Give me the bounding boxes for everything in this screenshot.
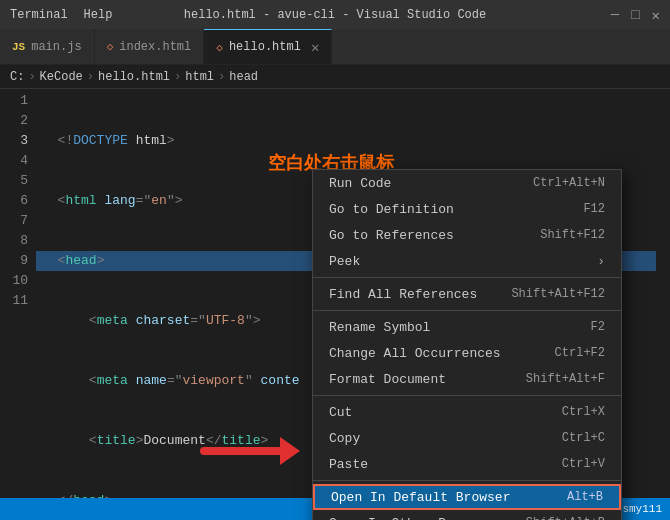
peek-arrow-icon: › [597,254,605,269]
menu-shortcut-copy: Ctrl+C [562,431,605,445]
tab-hello-html[interactable]: ◇ hello.html ✕ [204,29,332,64]
menu-shortcut-go-to-def: F12 [583,202,605,216]
menu-sep-3 [313,395,621,396]
close-icon[interactable]: ✕ [652,7,660,24]
menu-shortcut-run-code: Ctrl+Alt+N [533,176,605,190]
title-bar-menu[interactable]: Terminal Help [10,8,112,22]
menu-item-rename-symbol[interactable]: Rename Symbol F2 [313,314,621,340]
menu-item-cut[interactable]: Cut Ctrl+X [313,399,621,425]
line-num-4: 4 [0,151,28,171]
menu-shortcut-format-doc: Shift+Alt+F [526,372,605,386]
html-file-icon-index: ◇ [107,40,114,53]
menu-shortcut-cut: Ctrl+X [562,405,605,419]
menu-sep-4 [313,480,621,481]
menu-shortcut-find-all-ref: Shift+Alt+F12 [511,287,605,301]
arrow-head [280,437,300,465]
tab-main-js[interactable]: JS main.js [0,29,95,64]
menu-terminal[interactable]: Terminal [10,8,68,22]
menu-label-paste: Paste [329,457,368,472]
tab-label-index-html: index.html [119,40,191,54]
editor-scrollbar[interactable] [656,89,670,520]
menu-label-go-to-ref: Go to References [329,228,454,243]
breadcrumb-part-3[interactable]: html [185,70,214,84]
menu-item-open-default-browser[interactable]: Open In Default Browser Alt+B [313,484,621,510]
maximize-icon[interactable]: □ [631,7,639,24]
arrow-line [200,447,280,455]
menu-label-peek: Peek [329,254,360,269]
breadcrumb-part-2[interactable]: hello.html [98,70,170,84]
menu-shortcut-go-to-ref: Shift+F12 [540,228,605,242]
menu-item-format-doc[interactable]: Format Document Shift+Alt+F [313,366,621,392]
line-num-5: 5 [0,171,28,191]
tab-close-icon[interactable]: ✕ [311,39,319,56]
menu-label-find-all-ref: Find All References [329,287,477,302]
menu-help[interactable]: Help [84,8,113,22]
menu-label-copy: Copy [329,431,360,446]
breadcrumb-part-0[interactable]: C: [10,70,24,84]
line-num-7: 7 [0,211,28,231]
editor-area: 1 2 3 4 5 6 7 8 9 10 11 <!DOCTYPE html> … [0,89,670,520]
line-num-1: 1 [0,91,28,111]
breadcrumb-part-4[interactable]: head [229,70,258,84]
menu-item-go-to-def[interactable]: Go to Definition F12 [313,196,621,222]
tabs-bar: JS main.js ◇ index.html ◇ hello.html ✕ [0,30,670,65]
breadcrumb-part-1[interactable]: KeCode [40,70,83,84]
menu-shortcut-open-default-browser: Alt+B [567,490,603,504]
minimize-icon[interactable]: ─ [611,7,619,24]
line-num-8: 8 [0,231,28,251]
context-menu: Run Code Ctrl+Alt+N Go to Definition F12… [312,169,622,520]
menu-item-paste[interactable]: Paste Ctrl+V [313,451,621,477]
menu-item-change-all-occ[interactable]: Change All Occurrences Ctrl+F2 [313,340,621,366]
line-num-3: 3 [0,131,28,151]
breadcrumb-sep-0: › [28,70,35,84]
menu-sep-2 [313,310,621,311]
tab-index-html[interactable]: ◇ index.html [95,29,205,64]
breadcrumb-sep-1: › [87,70,94,84]
line-num-10: 10 [0,271,28,291]
menu-item-copy[interactable]: Copy Ctrl+C [313,425,621,451]
menu-shortcut-rename-symbol: F2 [591,320,605,334]
menu-sep-1 [313,277,621,278]
breadcrumb-sep-2: › [174,70,181,84]
title-bar-title: hello.html - avue-cli - Visual Studio Co… [184,8,486,22]
menu-shortcut-open-other-browsers: Shift+Alt+B [526,516,605,520]
line-numbers: 1 2 3 4 5 6 7 8 9 10 11 [0,89,36,520]
breadcrumb: C: › KeCode › hello.html › html › head [0,65,670,89]
html-file-icon-hello: ◇ [216,41,223,54]
line-num-2: 2 [0,111,28,131]
breadcrumb-sep-3: › [218,70,225,84]
menu-shortcut-change-all-occ: Ctrl+F2 [555,346,605,360]
menu-label-go-to-def: Go to Definition [329,202,454,217]
menu-label-open-default-browser: Open In Default Browser [331,490,510,505]
line-num-11: 11 [0,291,28,311]
menu-label-run-code: Run Code [329,176,391,191]
title-bar: Terminal Help hello.html - avue-cli - Vi… [0,0,670,30]
menu-label-cut: Cut [329,405,352,420]
menu-label-format-doc: Format Document [329,372,446,387]
menu-label-rename-symbol: Rename Symbol [329,320,430,335]
menu-label-change-all-occ: Change All Occurrences [329,346,501,361]
code-line-1: <!DOCTYPE html> [36,131,656,151]
menu-item-open-other-browsers[interactable]: Open In Other Browsers Shift+Alt+B [313,510,621,520]
menu-item-run-code[interactable]: Run Code Ctrl+Alt+N [313,170,621,196]
tab-label-main-js: main.js [31,40,81,54]
arrow-indicator [200,437,300,465]
line-num-6: 6 [0,191,28,211]
tab-label-hello-html: hello.html [229,40,301,54]
title-bar-controls[interactable]: ─ □ ✕ [611,7,660,24]
menu-item-peek[interactable]: Peek › [313,248,621,274]
js-file-icon: JS [12,41,25,53]
line-num-9: 9 [0,251,28,271]
menu-item-find-all-ref[interactable]: Find All References Shift+Alt+F12 [313,281,621,307]
menu-item-go-to-ref[interactable]: Go to References Shift+F12 [313,222,621,248]
menu-label-open-other-browsers: Open In Other Browsers [329,516,501,521]
menu-shortcut-paste: Ctrl+V [562,457,605,471]
